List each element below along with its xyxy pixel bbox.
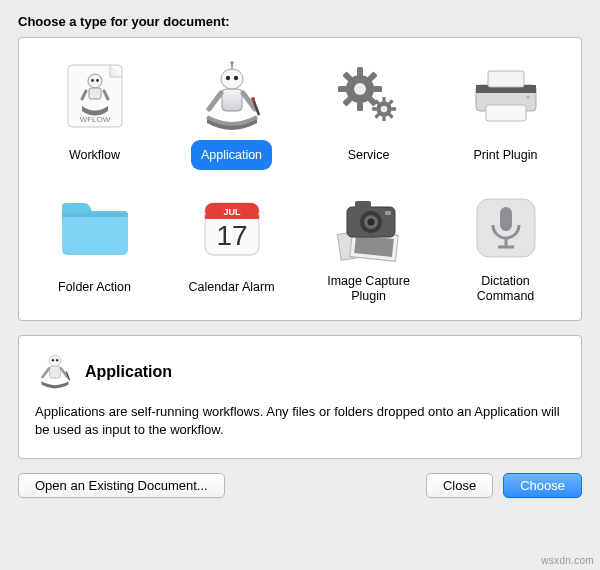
type-dictation-command[interactable]: DictationCommand bbox=[440, 182, 571, 312]
calendar-icon: JUL 17 bbox=[192, 188, 272, 268]
svg-point-64 bbox=[49, 355, 61, 366]
folder-icon bbox=[55, 188, 135, 268]
svg-point-65 bbox=[52, 359, 54, 361]
dialog-title: Choose a type for your document: bbox=[18, 14, 582, 29]
description-icon bbox=[35, 350, 75, 393]
watermark: wsxdn.com bbox=[541, 555, 594, 566]
svg-rect-32 bbox=[371, 107, 376, 110]
svg-point-1 bbox=[88, 74, 102, 88]
type-print-plugin-label: Print Plugin bbox=[464, 140, 548, 170]
svg-point-13 bbox=[230, 61, 233, 64]
svg-point-17 bbox=[251, 97, 255, 101]
svg-rect-20 bbox=[357, 67, 363, 76]
svg-rect-33 bbox=[391, 107, 396, 110]
type-service-label: Service bbox=[338, 140, 400, 170]
svg-point-11 bbox=[233, 76, 237, 80]
workflow-icon: WFLOW bbox=[55, 56, 135, 136]
svg-rect-22 bbox=[338, 86, 347, 92]
svg-text:17: 17 bbox=[216, 220, 247, 251]
svg-rect-54 bbox=[355, 201, 371, 209]
svg-rect-8 bbox=[222, 89, 242, 111]
svg-rect-21 bbox=[357, 102, 363, 111]
svg-rect-41 bbox=[486, 105, 526, 121]
svg-rect-63 bbox=[50, 366, 61, 378]
description-body: Applications are self-running workflows.… bbox=[35, 403, 565, 438]
svg-point-9 bbox=[221, 69, 243, 89]
type-application[interactable]: Application bbox=[166, 50, 297, 176]
svg-line-14 bbox=[209, 93, 221, 109]
svg-point-29 bbox=[380, 106, 387, 113]
button-row: Open an Existing Document... Close Choos… bbox=[18, 473, 582, 498]
type-workflow[interactable]: WFLOW Workflow bbox=[29, 50, 160, 176]
type-print-plugin[interactable]: Print Plugin bbox=[440, 50, 571, 176]
type-calendar-alarm[interactable]: JUL 17 Calendar Alarm bbox=[166, 182, 297, 312]
svg-point-3 bbox=[96, 79, 99, 82]
type-image-capture-plugin[interactable]: Image CapturePlugin bbox=[303, 182, 434, 312]
svg-point-19 bbox=[354, 83, 366, 95]
application-icon bbox=[192, 56, 272, 136]
type-service[interactable]: Service bbox=[303, 50, 434, 176]
open-existing-button[interactable]: Open an Existing Document... bbox=[18, 473, 225, 498]
type-workflow-label: Workflow bbox=[59, 140, 130, 170]
description-title: Application bbox=[85, 363, 172, 381]
svg-point-42 bbox=[526, 96, 529, 99]
svg-line-67 bbox=[43, 368, 49, 377]
svg-text:WFLOW: WFLOW bbox=[79, 115, 110, 124]
type-folder-action-label: Folder Action bbox=[48, 272, 141, 302]
svg-point-57 bbox=[367, 219, 374, 226]
svg-rect-30 bbox=[382, 97, 385, 102]
svg-rect-40 bbox=[488, 71, 524, 87]
svg-rect-44 bbox=[62, 213, 128, 217]
type-dictation-command-label: DictationCommand bbox=[467, 272, 545, 306]
close-button[interactable]: Close bbox=[426, 473, 493, 498]
svg-rect-4 bbox=[89, 88, 101, 99]
camera-icon bbox=[329, 188, 409, 268]
svg-rect-23 bbox=[373, 86, 382, 92]
svg-rect-58 bbox=[385, 211, 391, 215]
type-image-capture-plugin-label: Image CapturePlugin bbox=[317, 272, 420, 306]
type-folder-action[interactable]: Folder Action bbox=[29, 182, 160, 312]
service-icon bbox=[329, 56, 409, 136]
description-panel: Application Applications are self-runnin… bbox=[18, 335, 582, 459]
svg-rect-43 bbox=[62, 213, 128, 255]
svg-point-66 bbox=[56, 359, 58, 361]
printer-icon bbox=[466, 56, 546, 136]
types-panel: WFLOW Workflow bbox=[18, 37, 582, 321]
type-application-label: Application bbox=[191, 140, 272, 170]
svg-rect-31 bbox=[382, 116, 385, 121]
svg-point-10 bbox=[225, 76, 229, 80]
svg-rect-60 bbox=[500, 207, 512, 231]
choose-button[interactable]: Choose bbox=[503, 473, 582, 498]
microphone-icon bbox=[466, 188, 546, 268]
type-calendar-alarm-label: Calendar Alarm bbox=[178, 272, 284, 302]
svg-text:JUL: JUL bbox=[223, 207, 241, 217]
svg-point-2 bbox=[91, 79, 94, 82]
